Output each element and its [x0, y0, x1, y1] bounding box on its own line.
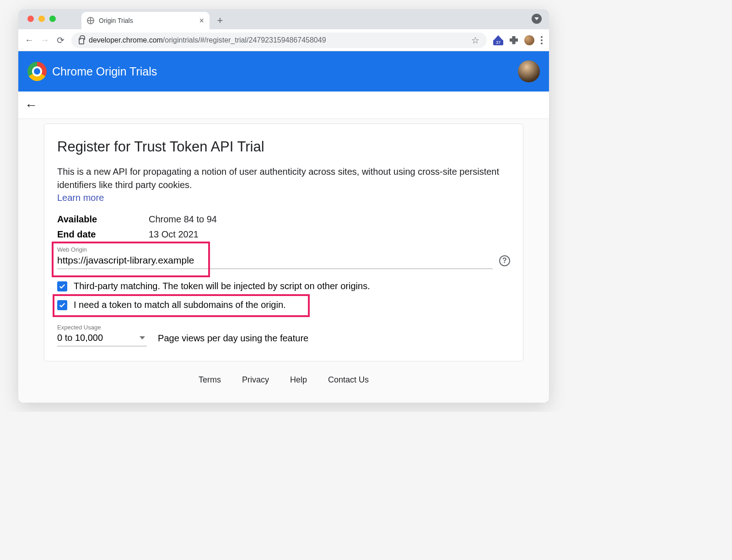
- close-window-button[interactable]: [27, 16, 34, 22]
- web-origin-label: Web Origin: [57, 246, 493, 253]
- footer-links: Terms Privacy Help Contact Us: [44, 375, 523, 385]
- footer-help-link[interactable]: Help: [290, 375, 307, 385]
- registration-card: Register for Trust Token API Trial This …: [44, 124, 523, 361]
- available-row: Available Chrome 84 to 94: [57, 214, 510, 225]
- extensions-icon[interactable]: [510, 36, 518, 44]
- learn-more-link[interactable]: Learn more: [57, 193, 104, 203]
- end-date-row: End date 13 Oct 2021: [57, 229, 510, 240]
- end-date-value: 13 Oct 2021: [149, 229, 199, 240]
- page-nav-bar: ←: [18, 92, 549, 119]
- expected-usage-row: Expected Usage 0 to 10,000 Page views pe…: [57, 324, 510, 346]
- web-origin-input[interactable]: [57, 253, 493, 269]
- footer-privacy-link[interactable]: Privacy: [242, 375, 269, 385]
- bookmark-star-icon[interactable]: ☆: [471, 35, 479, 46]
- tab-overflow-button[interactable]: [532, 14, 542, 24]
- third-party-checkbox-row: Third-party matching. The token will be …: [57, 281, 510, 291]
- expected-usage-description: Page views per day using the feature: [158, 333, 308, 346]
- content-area: Register for Trust Token API Trial This …: [18, 119, 549, 403]
- maximize-window-button[interactable]: [49, 16, 56, 22]
- expected-usage-value: 0 to 10,000: [57, 333, 103, 343]
- web-origin-field: Web Origin: [57, 246, 493, 269]
- help-icon[interactable]: ?: [499, 255, 510, 266]
- tab-strip: Origin Trials × +: [18, 9, 549, 29]
- profile-avatar-icon[interactable]: [524, 35, 534, 45]
- reload-button[interactable]: ⟳: [56, 36, 65, 45]
- back-button[interactable]: ←: [25, 36, 34, 45]
- close-tab-button[interactable]: ×: [199, 16, 204, 26]
- app-title: Chrome Origin Trials: [52, 65, 157, 78]
- available-label: Available: [57, 214, 149, 225]
- browser-toolbar: ← → ⟳ developer.chrome.com/origintrials/…: [18, 29, 549, 51]
- subdomains-checkbox[interactable]: [57, 300, 67, 310]
- expected-usage-label: Expected Usage: [57, 324, 147, 331]
- page-back-button[interactable]: ←: [25, 98, 38, 113]
- user-avatar[interactable]: [518, 60, 540, 82]
- subdomains-checkbox-row: I need a token to match all subdomains o…: [57, 300, 510, 310]
- globe-icon: [87, 17, 94, 24]
- third-party-checkbox[interactable]: [57, 281, 67, 291]
- minimize-window-button[interactable]: [38, 16, 45, 22]
- expected-usage-select[interactable]: 0 to 10,000: [57, 331, 147, 346]
- footer-contact-link[interactable]: Contact Us: [328, 375, 369, 385]
- tab-title: Origin Trials: [99, 17, 133, 24]
- extension-lighthouse-icon[interactable]: 37: [493, 35, 503, 45]
- address-bar[interactable]: developer.chrome.com/origintrials/#/regi…: [71, 32, 487, 48]
- card-description: This is a new API for propagating a noti…: [57, 165, 510, 192]
- browser-tab[interactable]: Origin Trials ×: [81, 12, 210, 29]
- end-date-label: End date: [57, 229, 149, 240]
- browser-window: Origin Trials × + ← → ⟳ developer.chrome…: [18, 9, 549, 403]
- lock-icon: [79, 38, 84, 44]
- chrome-logo-icon: [27, 62, 47, 81]
- url-text: developer.chrome.com/origintrials/#/regi…: [89, 36, 467, 44]
- dropdown-icon: [140, 336, 145, 339]
- expected-usage-field: Expected Usage 0 to 10,000: [57, 324, 147, 346]
- app-header: Chrome Origin Trials: [18, 51, 549, 92]
- available-value: Chrome 84 to 94: [149, 214, 217, 225]
- web-origin-field-wrap: Web Origin ?: [57, 246, 510, 269]
- footer-terms-link[interactable]: Terms: [199, 375, 221, 385]
- window-controls: [27, 16, 56, 22]
- forward-button[interactable]: →: [40, 36, 49, 45]
- new-tab-button[interactable]: +: [213, 15, 227, 29]
- card-heading: Register for Trust Token API Trial: [57, 139, 510, 155]
- third-party-label: Third-party matching. The token will be …: [74, 281, 370, 291]
- browser-menu-button[interactable]: [541, 36, 543, 44]
- subdomains-label: I need a token to match all subdomains o…: [74, 300, 286, 310]
